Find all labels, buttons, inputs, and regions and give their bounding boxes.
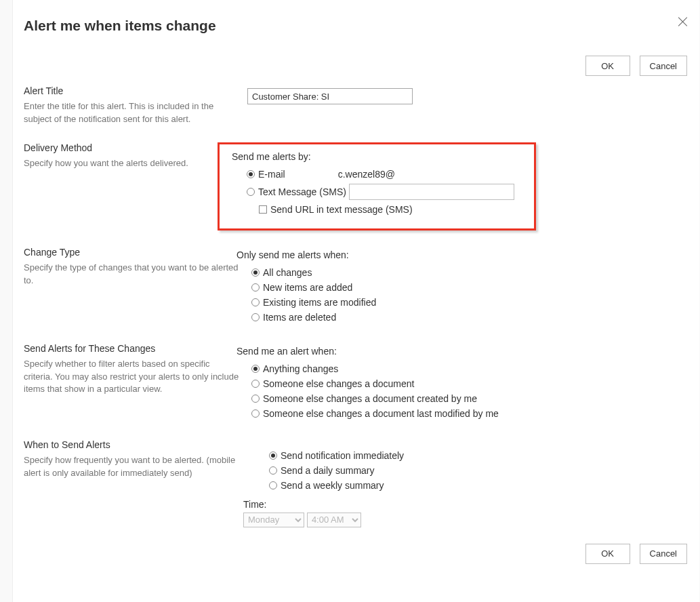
radio-row-daily: Send a daily summary <box>269 465 688 476</box>
radio-row-weekly: Send a weekly summary <box>269 480 688 491</box>
radio-row-someone-changes: Someone else changes a document <box>251 378 688 389</box>
bottom-button-row: OK Cancel <box>24 544 688 564</box>
ok-button-top[interactable]: OK <box>585 56 630 76</box>
radio-row-sms: Text Message (SMS) <box>247 184 522 200</box>
radio-row-new-items: New items are added <box>251 282 688 293</box>
radio-new-items-label: New items are added <box>263 282 352 293</box>
radio-weekly[interactable] <box>269 481 277 489</box>
radio-someone-changes-label: Someone else changes a document <box>263 378 414 389</box>
section-filter: Send Alerts for These Changes Specify wh… <box>24 343 688 423</box>
checkbox-sms-url-label: Send URL in text message (SMS) <box>270 204 413 215</box>
time-label: Time: <box>243 499 688 510</box>
radio-row-items-deleted: Items are deleted <box>251 312 688 323</box>
radio-someone-changes-created-label: Someone else changes a document created … <box>263 393 477 404</box>
radio-someone-changes-modified[interactable] <box>251 409 260 418</box>
close-icon[interactable] <box>678 16 688 27</box>
change-type-heading: Change Type <box>24 247 239 258</box>
radio-row-someone-changes-modified: Someone else changes a document last mod… <box>251 408 688 419</box>
radio-immediately[interactable] <box>269 452 277 460</box>
email-value: c.wenzel89@ <box>338 169 395 180</box>
delivery-group-label: Send me alerts by: <box>232 151 522 162</box>
radio-someone-changes-modified-label: Someone else changes a document last mod… <box>263 408 499 419</box>
radio-daily[interactable] <box>269 466 277 475</box>
radio-items-deleted[interactable] <box>251 313 260 321</box>
radio-someone-changes[interactable] <box>251 380 260 388</box>
cancel-button-bottom[interactable]: Cancel <box>640 544 687 564</box>
sms-phone-input[interactable] <box>349 184 514 200</box>
radio-new-items[interactable] <box>251 283 260 292</box>
radio-row-immediately: Send notification immediately <box>269 450 688 461</box>
hour-select[interactable]: 4:00 AM <box>307 513 361 527</box>
alert-title-heading: Alert Title <box>24 85 239 96</box>
radio-row-all-changes: All changes <box>251 267 688 278</box>
section-alert-title: Alert Title Enter the title for this ale… <box>24 85 688 126</box>
radio-email[interactable] <box>247 170 255 178</box>
radio-daily-label: Send a daily summary <box>281 465 375 476</box>
radio-row-someone-changes-created: Someone else changes a document created … <box>251 393 688 404</box>
dialog-title: Alert me when items change <box>24 18 688 34</box>
change-type-group-label: Only send me alerts when: <box>236 249 688 260</box>
radio-existing-modified-label: Existing items are modified <box>263 297 376 308</box>
filter-desc: Specify whether to filter alerts based o… <box>24 358 239 397</box>
delivery-desc: Specify how you want the alerts delivere… <box>24 157 239 170</box>
radio-sms-label: Text Message (SMS) <box>258 186 346 197</box>
radio-weekly-label: Send a weekly summary <box>281 480 384 491</box>
radio-row-email: E-mail c.wenzel89@ <box>247 169 522 180</box>
when-desc: Specify how frequently you want to be al… <box>24 454 239 480</box>
radio-anything-changes-label: Anything changes <box>263 363 338 374</box>
filter-heading: Send Alerts for These Changes <box>24 343 239 354</box>
radio-immediately-label: Send notification immediately <box>281 450 404 461</box>
radio-existing-modified[interactable] <box>251 298 260 306</box>
ok-button-bottom[interactable]: OK <box>585 544 630 564</box>
section-delivery-method: Delivery Method Specify how you want the… <box>24 142 688 230</box>
top-button-row: OK Cancel <box>24 56 688 76</box>
radio-row-existing-modified: Existing items are modified <box>251 297 688 308</box>
delivery-heading: Delivery Method <box>24 142 239 153</box>
radio-email-label: E-mail <box>258 169 285 180</box>
when-heading: When to Send Alerts <box>24 439 239 450</box>
cancel-button-top[interactable]: Cancel <box>640 56 687 76</box>
change-type-desc: Specify the type of changes that you wan… <box>24 262 239 287</box>
radio-someone-changes-created[interactable] <box>251 395 260 403</box>
radio-anything-changes[interactable] <box>251 365 260 373</box>
section-change-type: Change Type Specify the type of changes … <box>24 247 688 327</box>
section-when: When to Send Alerts Specify how frequent… <box>24 439 688 527</box>
radio-all-changes-label: All changes <box>263 267 312 278</box>
radio-all-changes[interactable] <box>251 268 260 277</box>
checkbox-sms-url[interactable] <box>259 205 267 214</box>
radio-row-anything-changes: Anything changes <box>251 363 688 374</box>
alert-title-input[interactable] <box>247 88 413 104</box>
alert-dialog: Alert me when items change OK Cancel Ale… <box>12 0 699 602</box>
alert-title-desc: Enter the title for this alert. This is … <box>24 100 239 126</box>
filter-group-label: Send me an alert when: <box>236 346 688 357</box>
check-row-sms-url: Send URL in text message (SMS) <box>259 204 522 215</box>
delivery-highlight-box: Send me alerts by: E-mail c.wenzel89@ Te… <box>218 142 536 230</box>
day-select[interactable]: Monday <box>243 513 304 527</box>
radio-items-deleted-label: Items are deleted <box>263 312 336 323</box>
background-gutter <box>0 0 12 602</box>
radio-sms[interactable] <box>247 188 255 196</box>
